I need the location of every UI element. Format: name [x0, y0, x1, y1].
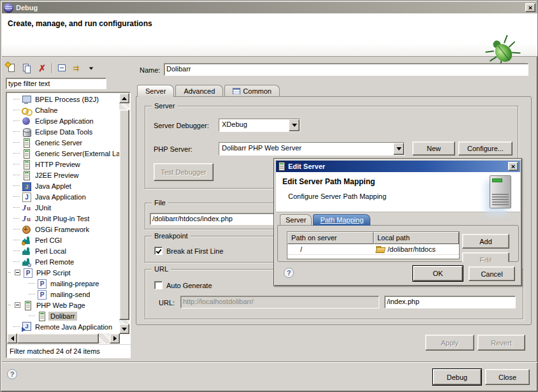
filter-input[interactable]: type filter text — [6, 78, 106, 89]
tree-item-label: mailing-prepare — [48, 279, 101, 288]
tree-item-label: PHP Script — [34, 268, 73, 277]
tree-item-bpel-process-b2j[interactable]: BPEL Process (B2J) — [7, 94, 120, 105]
new-server-button[interactable]: New — [412, 142, 455, 156]
url-path-input[interactable]: /index.php — [384, 296, 516, 309]
auto-generate-checkbox[interactable] — [154, 281, 163, 289]
server-icon — [21, 170, 31, 180]
ok-button[interactable]: OK — [413, 266, 463, 281]
tree-item-java-applet[interactable]: Java Applet — [7, 180, 120, 191]
tree-item-mailing-send[interactable]: mailing-send — [7, 289, 120, 300]
page-title: Create, manage, and run configurations — [8, 19, 152, 28]
dialog-close-icon[interactable]: × — [508, 162, 518, 171]
tree-connector — [13, 153, 20, 154]
database-icon — [21, 127, 31, 137]
tree-item-junit[interactable]: JUnit — [7, 202, 120, 213]
tree-item-perl-remote[interactable]: Perl Remote — [7, 256, 120, 267]
scroll-right-icon[interactable] — [110, 333, 120, 344]
column-path-on-server[interactable]: Path on server — [287, 232, 374, 244]
window-close-icon[interactable]: × — [525, 3, 535, 12]
tree-item-label: PHP Web Page — [34, 301, 87, 310]
scroll-up-icon[interactable] — [119, 93, 129, 103]
tree-item-remote-java-application[interactable]: Remote Java Application — [7, 321, 120, 332]
tree-item-j2ee-preview[interactable]: J2EE Preview — [7, 170, 120, 180]
tab-server[interactable]: Server — [137, 85, 174, 97]
tree-item-generic-server-external-la[interactable]: Generic Server(External La — [7, 148, 120, 159]
collapse-expander-icon[interactable] — [15, 270, 20, 275]
tree-item-php-script[interactable]: PHP Script — [7, 267, 120, 278]
tree-connector — [13, 218, 20, 219]
apply-button[interactable]: Apply — [425, 335, 474, 351]
tree-item-eclipse-application[interactable]: Eclipse Application — [7, 115, 120, 126]
chevron-down-icon[interactable] — [393, 143, 404, 155]
path-mapping-table: Path on server Local path //dolibarr/htd… — [287, 231, 460, 259]
filter-menu-chevron-icon[interactable] — [89, 67, 93, 69]
configure-server-button[interactable]: Configure... — [458, 142, 513, 156]
tab-common[interactable]: Common — [224, 85, 280, 97]
duplicate-configuration-icon[interactable] — [21, 62, 33, 74]
name-input[interactable]: Dolibarr — [164, 63, 528, 76]
scroll-left-icon[interactable] — [7, 333, 17, 344]
path-mapping-row[interactable]: //dolibarr/htdocs — [287, 244, 459, 255]
tree-item-label: Eclipse Data Tools — [33, 127, 94, 136]
window-titlebar[interactable]: Debug × — [2, 2, 537, 13]
test-debugger-button[interactable]: Test Debugger — [154, 163, 214, 181]
delete-configuration-icon[interactable]: ✗ — [36, 62, 48, 74]
collapse-expander-icon[interactable] — [15, 302, 20, 308]
tree-item-perl-local[interactable]: Perl Local — [7, 245, 120, 256]
tree-item-java-application[interactable]: Java Application — [7, 191, 120, 202]
close-button[interactable]: Close — [485, 369, 530, 385]
server-debugger-select[interactable]: XDebug — [219, 119, 300, 132]
filter-status: Filter matched 24 of 24 items — [7, 344, 131, 357]
tree-vertical-scrollbar[interactable] — [119, 93, 129, 334]
folder-icon — [376, 246, 385, 252]
tab-advanced[interactable]: Advanced — [175, 85, 223, 97]
tree-connector — [13, 120, 20, 121]
tree-item-label: mailing-send — [48, 290, 92, 299]
tree-item-label: Perl CGI — [33, 236, 64, 245]
chevron-down-icon[interactable] — [289, 119, 300, 131]
tree-item-generic-server[interactable]: Generic Server — [7, 137, 120, 148]
tree-item-cha-ne[interactable]: Chaîne — [7, 105, 120, 115]
tree-connector — [13, 207, 20, 208]
tree-item-mailing-prepare[interactable]: mailing-prepare — [7, 278, 120, 289]
cancel-button[interactable]: Cancel — [469, 266, 515, 281]
tree-connector — [13, 185, 20, 186]
breakpoint-group-title: Breakpoint — [152, 232, 191, 240]
configurations-tree-panel: BPEL Process (B2J)ChaîneEclipse Applicat… — [6, 92, 131, 358]
dialog-tab-path-mapping[interactable]: Path Mapping — [313, 214, 370, 226]
tree-connector — [13, 326, 20, 327]
help-icon[interactable]: ? — [7, 369, 17, 379]
scroll-down-icon[interactable] — [119, 324, 129, 334]
dialog-help-icon[interactable]: ? — [284, 268, 294, 278]
tree-item-eclipse-data-tools[interactable]: Eclipse Data Tools — [7, 126, 120, 137]
tree-item-http-preview[interactable]: HTTP Preview — [7, 159, 120, 170]
url-base-input[interactable]: http://localhostdolibarr/ — [180, 296, 379, 309]
tree-item-dolibarr[interactable]: Dolibarr — [7, 310, 120, 321]
tree-connector — [13, 261, 20, 262]
php-server-select[interactable]: Dolibarr PHP Web Server — [219, 142, 405, 156]
tree-horizontal-scrollbar[interactable] — [7, 333, 120, 344]
column-local-path[interactable]: Local path — [374, 232, 459, 244]
table-header-row: Path on server Local path — [287, 232, 459, 244]
new-configuration-icon[interactable] — [6, 62, 17, 74]
dialog-titlebar[interactable]: Edit Server × — [276, 161, 520, 172]
tree-item-label: Perl Remote — [33, 258, 76, 266]
debug-button[interactable]: Debug — [433, 369, 481, 385]
tree-item-osgi-framework[interactable]: OSGi Framework — [7, 224, 120, 235]
revert-button[interactable]: Revert — [477, 335, 525, 351]
java-icon — [21, 192, 31, 202]
osgi-icon — [21, 224, 31, 235]
tree-item-php-web-page[interactable]: PHP Web Page — [7, 300, 120, 310]
filter-configurations-icon[interactable]: ⇉ — [72, 62, 84, 74]
horizontal-scroll-thumb[interactable] — [17, 333, 99, 344]
vertical-scroll-thumb[interactable] — [119, 110, 129, 320]
toolbar-separator — [52, 63, 53, 73]
dialog-tab-server[interactable]: Server — [280, 214, 312, 226]
collapse-all-icon[interactable] — [57, 62, 68, 74]
break-first-line-checkbox[interactable] — [154, 247, 163, 255]
java-remote-icon — [21, 322, 31, 332]
window-title: Debug — [16, 4, 38, 11]
tree-item-perl-cgi[interactable]: Perl CGI — [7, 235, 120, 245]
tree-item-junit-plug-in-test[interactable]: JUnit Plug-in Test — [7, 213, 120, 224]
add-mapping-button[interactable]: Add — [462, 234, 509, 249]
